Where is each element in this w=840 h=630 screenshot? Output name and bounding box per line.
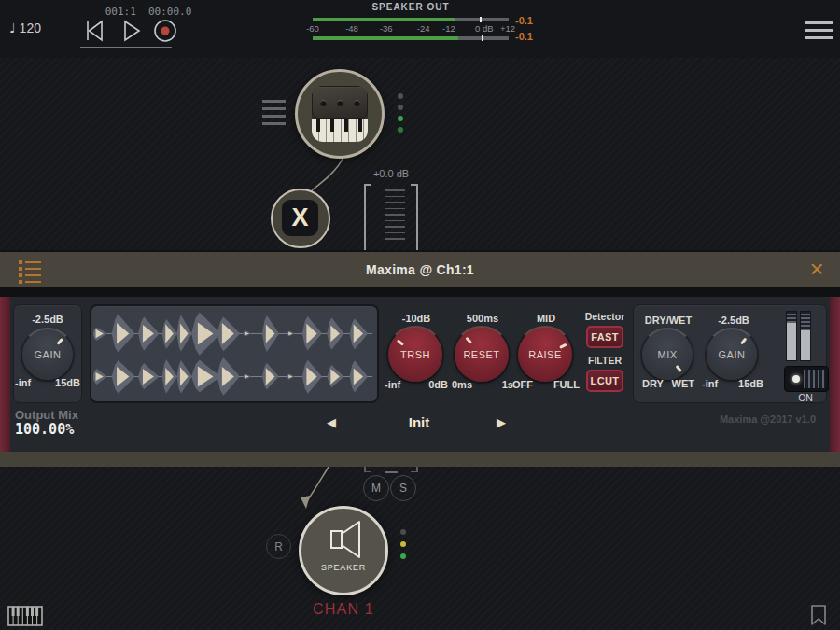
play-button[interactable] (119, 19, 144, 43)
plugin-body: -2.5dB GAIN -inf 15dB -10dB TRSH -inf 0d… (0, 297, 840, 452)
input-gain-range: -inf 15dB (15, 377, 80, 388)
range-max: FULL (553, 379, 580, 390)
threshold-knob[interactable]: TRSH (388, 328, 442, 382)
maxima-plugin-node[interactable]: X (271, 189, 330, 248)
waveform-canvas (93, 308, 375, 399)
mute-button[interactable]: M (363, 475, 389, 501)
main-menu-button[interactable] (805, 20, 833, 40)
node-reorder-handle[interactable] (262, 100, 286, 125)
output-mix-value[interactable]: 100.00% (15, 421, 74, 438)
bookmark-button[interactable] (808, 604, 829, 626)
midi-in-dot (398, 93, 403, 99)
detector-fast-button[interactable]: FAST (586, 326, 623, 348)
threshold-value: -10dB (380, 313, 453, 324)
on-label: ON (784, 392, 827, 403)
plugin-chassis-right (830, 297, 840, 452)
record-icon (152, 18, 178, 44)
tempo-display[interactable]: ♩120 (9, 21, 41, 35)
knob-label: MIX (642, 329, 693, 380)
output-gain-value: -2.5dB (695, 315, 772, 326)
meter-track-left (313, 18, 509, 21)
preset-prev-button[interactable]: ◀ (327, 415, 336, 429)
range-max: 15dB (55, 377, 80, 388)
peak-value-right: -0.1 (515, 29, 547, 45)
bookmark-icon (808, 604, 829, 626)
plugin-title: Maxima @ Ch1:1 (0, 262, 840, 277)
speaker-node-label: SPEAKER (301, 563, 385, 572)
filter-label: FILTER (572, 355, 637, 366)
node-canvas-upper[interactable] (0, 58, 840, 250)
peak-marker (482, 35, 483, 41)
mix-knob[interactable]: MIX (642, 329, 693, 380)
range-max: 15dB (738, 378, 763, 389)
reset-knob[interactable]: RESET (455, 328, 509, 382)
mix-range: DRY WET (642, 378, 694, 389)
midi-out-dot (398, 105, 403, 110)
hamburger-icon (805, 21, 833, 39)
speaker-out-meter[interactable]: SPEAKER OUT -60-48-36-24-120 dB+12 (313, 2, 509, 47)
range-min: -inf (702, 378, 718, 389)
peak-readouts: -0.1 -0.1 (515, 13, 547, 45)
record-button[interactable] (152, 18, 178, 44)
input-gain-value: -2.5dB (12, 314, 83, 325)
output-gain-knob[interactable]: GAIN (707, 329, 757, 380)
range-min: -inf (385, 379, 400, 390)
range-min: -inf (15, 377, 31, 388)
channel-fader[interactable] (362, 183, 420, 250)
aum-app-window: ♩120 001:1 00:00.0 SPEAKER OUT (0, 0, 840, 630)
speaker-output-node[interactable]: SPEAKER (299, 506, 388, 595)
channel-name[interactable]: CHAN 1 (287, 601, 399, 618)
time-position-display[interactable]: 001:1 00:00.0 (78, 6, 218, 18)
raise-range: OFF FULL (512, 379, 580, 390)
gain-reduction-meter-left (786, 311, 797, 361)
metronome-note-icon: ♩ (9, 21, 16, 35)
meter-tick: -60 (306, 23, 319, 34)
plugin-window-gap (0, 287, 840, 297)
knob-label: GAIN (22, 329, 73, 380)
meter-tick: +12 (500, 23, 515, 34)
status-dot-gray (400, 529, 406, 535)
plugin-header[interactable]: Maxima @ Ch1:1 (0, 250, 840, 287)
range-min: OFF (512, 379, 533, 390)
meter-scale: -60-48-36-24-120 dB+12 (313, 23, 509, 35)
toggle-grip (804, 370, 825, 388)
knob-label: RESET (455, 328, 509, 382)
meter-tick: -36 (380, 23, 393, 34)
gain-reduction-meter-right (800, 311, 811, 361)
output-mix-label: Output Mix (15, 408, 78, 422)
knob-label: GAIN (707, 329, 757, 380)
status-dot-yellow (400, 541, 406, 547)
knob-label: TRSH (388, 328, 442, 382)
plugin-footer-bar[interactable] (0, 452, 840, 467)
filter-lcut-button[interactable]: LCUT (586, 370, 623, 392)
bypass-toggle[interactable] (784, 366, 829, 392)
preset-next-button[interactable]: ▶ (497, 415, 506, 429)
mix-value: DRY/WET (632, 315, 705, 326)
peak-marker (480, 17, 482, 22)
top-toolbar: ♩120 001:1 00:00.0 SPEAKER OUT (0, 0, 840, 58)
input-gain-knob[interactable]: GAIN (22, 329, 73, 380)
range-min: 0ms (452, 379, 472, 390)
transport-underline (80, 47, 172, 48)
solo-button[interactable]: S (390, 475, 416, 501)
rewind-button[interactable] (82, 19, 106, 43)
output-gain-range: -inf 15dB (702, 378, 763, 389)
speaker-icon (326, 518, 367, 561)
meter-label: SPEAKER OUT (313, 2, 509, 12)
maxima-logo-icon: X (282, 200, 318, 236)
instrument-node[interactable] (295, 69, 385, 159)
instrument-thumbnail (312, 86, 368, 142)
close-plugin-button[interactable]: × (801, 252, 833, 286)
status-dot-green (400, 553, 406, 559)
meter-tick: -24 (417, 23, 430, 34)
audio-out-dot (398, 127, 403, 133)
keyboard-panel-button[interactable] (7, 606, 43, 626)
close-icon: × (809, 255, 823, 283)
meter-track-right (313, 36, 509, 40)
record-arm-button[interactable]: R (266, 534, 291, 559)
threshold-range: -inf 0dB (385, 379, 448, 390)
raise-knob[interactable]: RAISE (518, 328, 572, 382)
piano-keyboard-icon (7, 606, 43, 626)
preset-name[interactable]: Init (372, 414, 466, 430)
plugin-version: Maxima @2017 v1.0 (720, 413, 816, 425)
